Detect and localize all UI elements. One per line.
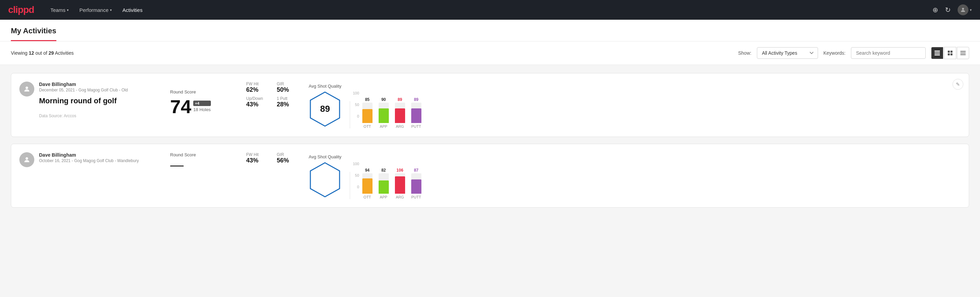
score-badge: +4 <box>193 101 210 106</box>
bar-ott: 85 OTT <box>362 97 372 128</box>
view-compact-button[interactable] <box>957 47 969 59</box>
score-value: 74 +4 18 Holes <box>170 97 238 116</box>
fw-hit-stat: FW Hit 62% <box>246 81 270 93</box>
shot-quality-section-2: Avg Shot Quality 100 50 0 <box>309 152 961 199</box>
round-score-section-2: Round Score <box>170 152 238 166</box>
gir-value: 50% <box>277 86 301 93</box>
hexagon: 89 <box>310 91 340 127</box>
shot-quality-label: Avg Shot Quality <box>309 84 342 89</box>
chevron-down-icon: ▾ <box>110 8 112 12</box>
y-axis-labels: 100 50 0 <box>350 91 359 118</box>
card-info: Dave Billingham December 05, 2021 - Gog … <box>39 81 128 118</box>
hex-score-value: 89 <box>320 104 330 114</box>
oneputt-value: 28% <box>277 101 301 108</box>
oneputt-label: 1 Putt <box>277 96 301 101</box>
svg-rect-3 <box>934 54 940 55</box>
round-score-label2: Round Score <box>170 89 238 94</box>
card-left: Dave Billingham December 05, 2021 - Gog … <box>19 81 162 118</box>
svg-rect-9 <box>960 53 966 53</box>
activity-date-2: October 16, 2021 - Gog Magog Golf Club -… <box>39 158 139 163</box>
svg-rect-7 <box>950 53 953 55</box>
activity-date: December 05, 2021 - Gog Magog Golf Club … <box>39 88 128 93</box>
nav-activities[interactable]: Activities <box>123 7 143 13</box>
hexagon-container: Avg Shot Quality 89 <box>309 84 342 127</box>
activity-card: ✎ Dave Billingham December 05, 2021 - Go… <box>11 73 969 137</box>
svg-rect-4 <box>948 51 950 53</box>
score-placeholder <box>170 166 184 166</box>
bars-area: 85 OTT 90 APP <box>350 101 961 128</box>
avatar-2 <box>19 152 34 167</box>
page-title: My Activities <box>11 20 56 41</box>
svg-point-13 <box>25 157 28 160</box>
shot-quality-section: Avg Shot Quality 89 100 50 0 <box>309 81 961 128</box>
svg-rect-10 <box>960 54 966 55</box>
svg-point-0 <box>962 8 964 10</box>
refresh-icon[interactable]: ↻ <box>945 6 951 14</box>
user-menu[interactable]: ▾ <box>958 5 972 15</box>
bar-putt: 89 PUTT <box>411 97 422 128</box>
svg-rect-5 <box>950 51 953 53</box>
svg-point-11 <box>25 87 28 89</box>
fw-hit-value: 62% <box>246 86 270 93</box>
updown-value: 43% <box>246 101 270 108</box>
bar-chart: 100 50 0 85 OTT <box>350 91 961 128</box>
svg-rect-8 <box>960 51 966 52</box>
data-source: Data Source: Arccos <box>39 113 128 118</box>
viewing-count-text: Viewing 12 out of 29 Activities <box>11 50 733 56</box>
view-toggles <box>931 47 969 59</box>
user-menu-chevron: ▾ <box>970 8 972 12</box>
nav-teams[interactable]: Teams ▾ <box>50 7 68 13</box>
card-info-2: Dave Billingham October 16, 2021 - Gog M… <box>39 152 139 163</box>
filter-bar: Viewing 12 out of 29 Activities Show: Al… <box>0 42 980 65</box>
round-score-section: FW Hit Round Score 74 +4 18 Holes <box>170 81 238 116</box>
updown-stat: Up/Down 43% <box>246 96 270 108</box>
svg-rect-2 <box>934 53 940 54</box>
bar-chart-container: 100 50 0 85 OTT <box>350 81 961 128</box>
card-left-2: Dave Billingham October 16, 2021 - Gog M… <box>19 152 162 167</box>
page-header: My Activities <box>0 20 980 42</box>
stats-grid-2: FW Hit 43% GIR 56% <box>246 152 301 164</box>
view-grid-button[interactable] <box>944 47 956 59</box>
view-list-detail-button[interactable] <box>931 47 943 59</box>
avatar <box>19 81 34 96</box>
svg-rect-6 <box>948 53 950 55</box>
stats-grid: FW Hit 62% GIR 50% Up/Down 43% 1 Putt 28… <box>246 81 301 108</box>
gir-label: GIR <box>277 81 301 86</box>
nav-performance[interactable]: Performance ▾ <box>80 7 112 13</box>
activity-card-2: Dave Billingham October 16, 2021 - Gog M… <box>11 144 969 208</box>
app-logo[interactable]: clippd <box>8 5 34 15</box>
activities-list: ✎ Dave Billingham December 05, 2021 - Go… <box>0 65 980 223</box>
bar-arg: 89 ARG <box>395 97 405 128</box>
add-icon[interactable]: ⊕ <box>932 6 938 14</box>
holes-text: 18 Holes <box>193 107 210 112</box>
activity-name: Morning round of golf <box>39 96 128 105</box>
edit-button[interactable]: ✎ <box>953 79 963 90</box>
keywords-label: Keywords: <box>824 50 846 56</box>
svg-marker-14 <box>310 163 340 197</box>
show-label: Show: <box>738 50 751 56</box>
player-name: Dave Billingham <box>39 81 128 87</box>
bar-app: 90 APP <box>379 97 389 128</box>
gir-stat: GIR 50% <box>277 81 301 93</box>
svg-rect-1 <box>934 51 940 52</box>
avatar[interactable] <box>958 5 969 15</box>
fw-hit-label: FW Hit <box>246 81 270 86</box>
player-name-2: Dave Billingham <box>39 152 139 158</box>
search-input[interactable] <box>851 47 926 59</box>
big-score: 74 <box>170 97 191 116</box>
oneputt-stat: 1 Putt 28% <box>277 96 301 108</box>
chevron-down-icon: ▾ <box>67 8 68 12</box>
updown-label: Up/Down <box>246 96 270 101</box>
activity-type-dropdown[interactable]: All Activity Types <box>757 47 818 59</box>
